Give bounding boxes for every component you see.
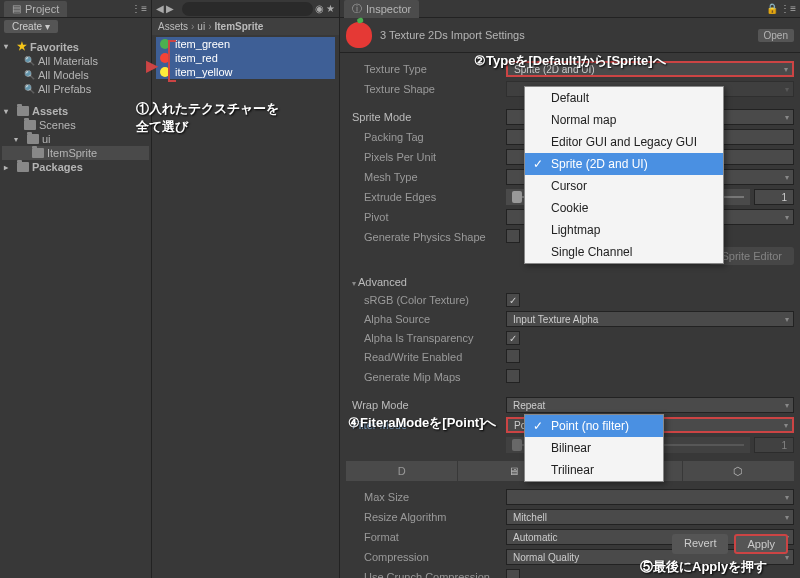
extrude-label: Extrude Edges — [346, 191, 506, 203]
annotation-5: ⑤最後にApplyを押す — [640, 558, 767, 576]
fav-all-prefabs[interactable]: 🔍All Prefabs — [2, 82, 149, 96]
file-item-red[interactable]: item_red — [156, 51, 335, 65]
platform-web[interactable]: ⬡ — [683, 461, 794, 481]
srgb-checkbox[interactable]: ✓ — [506, 293, 520, 307]
search-input[interactable] — [182, 2, 313, 16]
nav-back-icon[interactable]: ◀ — [156, 3, 164, 14]
wrap-mode-dropdown[interactable]: Repeat — [506, 397, 794, 413]
type-option-cookie[interactable]: Cookie — [525, 197, 723, 219]
folder-icon — [24, 120, 36, 130]
type-option-single-channel[interactable]: Single Channel — [525, 241, 723, 263]
aniso-value: 1 — [754, 437, 794, 453]
filter-icon[interactable]: ◉ — [315, 3, 324, 14]
type-option-normal[interactable]: Normal map — [525, 109, 723, 131]
pivot-label: Pivot — [346, 211, 506, 223]
search-icon: 🔍 — [24, 84, 35, 94]
max-size-dropdown[interactable] — [506, 489, 794, 505]
mesh-type-label: Mesh Type — [346, 171, 506, 183]
lock-icon[interactable]: 🔒 — [766, 3, 778, 14]
inspector-tab[interactable]: ⓘInspector — [344, 0, 419, 18]
breadcrumb[interactable]: Assets›ui›ItemSprite — [152, 18, 339, 35]
crunch-checkbox[interactable] — [506, 569, 520, 578]
mip-label: Generate Mip Maps — [346, 371, 506, 383]
star-icon: ★ — [17, 40, 27, 53]
asset-preview-icon — [346, 22, 372, 48]
nav-fwd-icon[interactable]: ▶ — [166, 3, 174, 14]
info-icon: ⓘ — [352, 2, 362, 16]
folder-itemsprite[interactable]: ItemSprite — [2, 146, 149, 160]
gen-shape-checkbox[interactable] — [506, 229, 520, 243]
annotation-2: ②Typeを[Default]から[Sprite]へ — [474, 52, 666, 70]
project-tab-bar: ▤Project ⋮≡ — [0, 0, 151, 18]
type-option-lightmap[interactable]: Lightmap — [525, 219, 723, 241]
inspector-header: 3 Texture 2Ds Import Settings Open — [340, 18, 800, 53]
fav-all-materials[interactable]: 🔍All Materials — [2, 54, 149, 68]
folder-icon — [17, 162, 29, 172]
extrude-value[interactable]: 1 — [754, 189, 794, 205]
alpha-src-label: Alpha Source — [346, 313, 506, 325]
asset-browser: ◀ ▶ ◉ ★ Assets›ui›ItemSprite item_green … — [152, 0, 340, 578]
check-icon: ✓ — [533, 419, 543, 433]
platform-default[interactable]: D — [346, 461, 457, 481]
mip-checkbox[interactable] — [506, 369, 520, 383]
open-button[interactable]: Open — [758, 29, 794, 42]
folder-icon — [27, 134, 39, 144]
file-item-yellow[interactable]: item_yellow — [156, 65, 335, 79]
search-icon: 🔍 — [24, 70, 35, 80]
resize-label: Resize Algorithm — [346, 511, 506, 523]
resize-dropdown[interactable]: Mitchell — [506, 509, 794, 525]
browser-toolbar: ◀ ▶ ◉ ★ — [152, 0, 339, 18]
create-bar: Create ▾ — [0, 18, 151, 35]
filter-option-trilinear[interactable]: Trilinear — [525, 459, 663, 481]
search-icon: 🔍 — [24, 56, 35, 66]
project-panel: ▤Project ⋮≡ Create ▾ ▾★Favorites 🔍All Ma… — [0, 0, 152, 578]
project-tree: ▾★Favorites 🔍All Materials 🔍All Models 🔍… — [0, 35, 151, 178]
alpha-src-dropdown[interactable]: Input Texture Alpha — [506, 311, 794, 327]
create-button[interactable]: Create ▾ — [4, 20, 58, 33]
srgb-label: sRGB (Color Texture) — [346, 294, 506, 306]
apply-button[interactable]: Apply — [734, 534, 788, 554]
type-option-cursor[interactable]: Cursor — [525, 175, 723, 197]
texture-type-popup: Default Normal map Editor GUI and Legacy… — [524, 86, 724, 264]
type-option-sprite[interactable]: ✓Sprite (2D and UI) — [525, 153, 723, 175]
annotation-4: ④FiteraModeを[Point]へ — [348, 414, 497, 432]
ppu-label: Pixels Per Unit — [346, 151, 506, 163]
packing-tag-label: Packing Tag — [346, 131, 506, 143]
format-label: Format — [346, 531, 506, 543]
crunch-label: Use Crunch Compression — [346, 571, 506, 578]
compression-label: Compression — [346, 551, 506, 563]
rw-checkbox[interactable] — [506, 349, 520, 363]
favorites-header[interactable]: ▾★Favorites — [2, 39, 149, 54]
alpha-trans-checkbox[interactable]: ✓ — [506, 331, 520, 345]
inspector-footer: Revert Apply — [666, 528, 794, 560]
filter-option-point[interactable]: ✓Point (no filter) — [525, 415, 663, 437]
panel-menu-icon[interactable]: ⋮≡ — [780, 3, 796, 14]
panel-menu-icon[interactable]: ⋮≡ — [131, 3, 147, 14]
selection-bracket — [168, 40, 176, 82]
sprite-mode-label: Sprite Mode — [346, 111, 506, 123]
file-item-green[interactable]: item_green — [156, 37, 335, 51]
rw-label: Read/Write Enabled — [346, 351, 506, 363]
assets-header[interactable]: ▾Assets — [2, 104, 149, 118]
type-option-editor-gui[interactable]: Editor GUI and Legacy GUI — [525, 131, 723, 153]
fav-all-models[interactable]: 🔍All Models — [2, 68, 149, 82]
project-icon: ▤ — [12, 3, 21, 14]
texture-shape-label: Texture Shape — [346, 83, 506, 95]
check-icon: ✓ — [533, 157, 543, 171]
revert-button[interactable]: Revert — [672, 534, 728, 554]
annotation-1: ①入れたテクスチャーを全て選び — [136, 100, 279, 136]
folder-scenes[interactable]: Scenes — [2, 118, 149, 132]
filter-option-bilinear[interactable]: Bilinear — [525, 437, 663, 459]
packages-header[interactable]: ▸Packages — [2, 160, 149, 174]
alpha-trans-label: Alpha Is Transparency — [346, 332, 506, 344]
folder-ui[interactable]: ▾ui — [2, 132, 149, 146]
project-tab[interactable]: ▤Project — [4, 1, 67, 17]
max-size-label: Max Size — [346, 491, 506, 503]
arrow-icon: ▶ — [146, 56, 158, 75]
gen-shape-label: Generate Physics Shape — [346, 231, 506, 243]
folder-icon — [32, 148, 44, 158]
type-option-default[interactable]: Default — [525, 87, 723, 109]
advanced-label[interactable]: ▾Advanced — [346, 276, 506, 288]
wrap-mode-label: Wrap Mode — [346, 399, 506, 411]
tag-icon[interactable]: ★ — [326, 3, 335, 14]
